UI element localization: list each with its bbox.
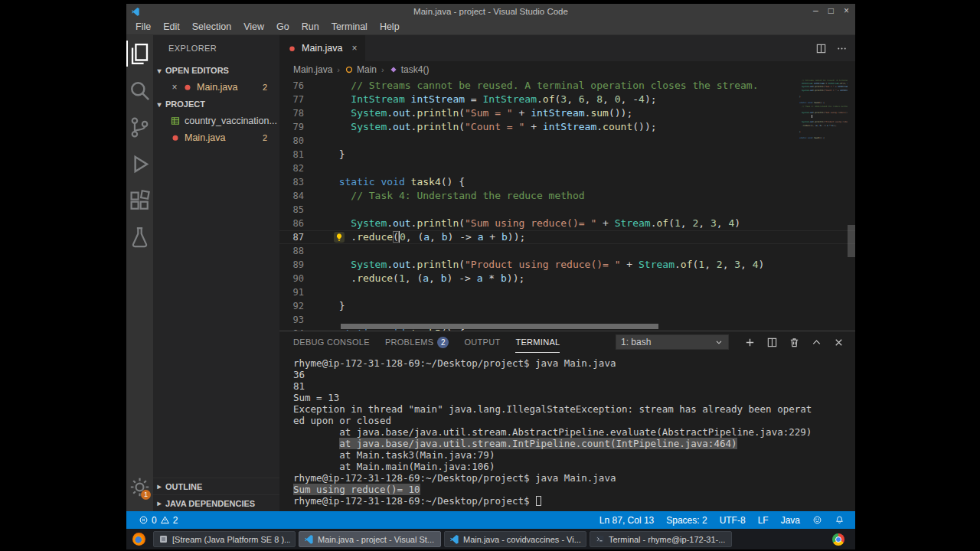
menu-terminal[interactable]: Terminal	[325, 18, 374, 35]
code-text: IntStream intStream = IntStream.of(3, 6,…	[315, 93, 657, 106]
terminal-line: Sum using reduce()= 10	[293, 484, 855, 495]
screen-content: Main.java - project - Visual Studio Code…	[126, 4, 855, 549]
tab-label: Main.java	[302, 43, 343, 54]
file-item[interactable]: country_vaccination...	[153, 112, 279, 129]
encoding-status[interactable]: UTF-8	[714, 511, 752, 529]
code-line[interactable]: 80	[279, 134, 855, 148]
source-control-button[interactable]	[126, 109, 153, 145]
language-mode-status[interactable]: Java	[775, 511, 806, 529]
code-line[interactable]: 90 .reduce(1, (a, b) -> a * b));	[279, 272, 855, 285]
menu-file[interactable]: File	[129, 18, 157, 35]
java-dependencies-header[interactable]: JAVA DEPENDENCIES	[153, 494, 279, 511]
run-debug-button[interactable]	[126, 145, 153, 182]
more-actions-icon[interactable]	[836, 43, 848, 54]
code-line[interactable]: 89 System.out.println("Product using red…	[279, 258, 855, 272]
code-line[interactable]: 87 .reduce(0, (a, b) -> a + b));	[279, 230, 855, 244]
code-text	[315, 244, 327, 258]
project-label: PROJECT	[165, 99, 205, 109]
eol-status[interactable]: LF	[752, 511, 775, 529]
problems-status[interactable]: 02	[132, 511, 184, 529]
feedback-smiley-icon[interactable]	[806, 511, 828, 529]
breadcrumb-item[interactable]: task4()	[401, 64, 430, 75]
tab-main-java[interactable]: Main.java×	[279, 35, 366, 61]
close-icon[interactable]: ×	[844, 4, 849, 18]
panel-tab-debug-console[interactable]: DEBUG CONSOLE	[293, 331, 370, 353]
breadcrumb-item[interactable]: Main.java	[293, 64, 332, 75]
project-header[interactable]: PROJECT	[153, 96, 279, 112]
close-icon[interactable]	[833, 337, 844, 348]
new-terminal-icon[interactable]	[744, 337, 756, 348]
line-number: 90	[279, 272, 315, 285]
terminal-shell-select[interactable]: 1: bash	[616, 334, 729, 350]
taskbar-window-button[interactable]: Main.java - project - Visual St...	[299, 531, 441, 547]
code-line[interactable]: 83 static void task4() {	[279, 175, 855, 189]
code-line[interactable]: 86 System.out.println("Sum using reduce(…	[279, 217, 855, 230]
firefox-icon[interactable]	[132, 533, 145, 546]
line-number: 87	[279, 230, 315, 244]
split-terminal-icon[interactable]	[766, 337, 778, 348]
close-icon[interactable]: ×	[352, 43, 358, 54]
panel-tab-problems[interactable]: PROBLEMS2	[385, 331, 449, 353]
maximize-panel-icon[interactable]	[811, 337, 822, 348]
extensions-button[interactable]	[126, 182, 153, 219]
chevron-right-icon	[153, 499, 165, 507]
menu-run[interactable]: Run	[296, 18, 325, 35]
chrome-icon[interactable]	[832, 533, 844, 546]
menu-go[interactable]: Go	[270, 18, 296, 35]
menu-view[interactable]: View	[237, 18, 270, 35]
test-beaker-button[interactable]	[126, 219, 153, 256]
titlebar[interactable]: Main.java - project - Visual Studio Code…	[126, 4, 855, 18]
code-line[interactable]: 76 // Streams cannot be reused. A termin…	[279, 79, 855, 93]
explorer-button[interactable]	[126, 35, 153, 72]
minimize-icon[interactable]: –	[813, 4, 818, 18]
code-line[interactable]: 79 System.out.println("Count = " + intSt…	[279, 120, 855, 134]
split-editor-icon[interactable]	[815, 43, 827, 54]
taskbar-window-button[interactable]: Main.java - covidvaccines - Vi...	[444, 531, 586, 547]
code-line[interactable]: 84 // Task 4: Understand the reduce meth…	[279, 189, 855, 203]
code-editor[interactable]: 76 // Streams cannot be reused. A termin…	[279, 78, 855, 331]
breadcrumb-item[interactable]: Main	[357, 64, 377, 75]
explorer-icon	[126, 41, 153, 67]
menu-edit[interactable]: Edit	[157, 18, 186, 35]
java-file-icon	[170, 132, 181, 143]
menu-help[interactable]: Help	[374, 18, 406, 35]
code-text	[315, 161, 327, 175]
editor-tab-bar: Main.java×	[279, 35, 855, 61]
chevron-down-icon	[714, 337, 724, 347]
code-line[interactable]: 81 }	[279, 148, 855, 161]
outline-header[interactable]: OUTLINE	[153, 478, 279, 494]
search-button[interactable]	[126, 72, 153, 109]
taskbar-window-button[interactable]: [Stream (Java Platform SE 8 )...	[153, 531, 296, 547]
code-line[interactable]: 88	[279, 244, 855, 258]
code-line[interactable]: 91	[279, 285, 855, 299]
code-line[interactable]: 85	[279, 203, 855, 217]
taskbar-window-button[interactable]: Terminal - rhyme@ip-172-31-...	[590, 531, 732, 547]
panel-tab-bar: DEBUG CONSOLEPROBLEMS2OUTPUTTERMINAL 1: …	[279, 331, 855, 353]
minimap[interactable]: // Streams cannot be reused. A terminal …	[797, 80, 848, 331]
terminal-line: ed upon or closed	[293, 415, 855, 426]
code-line[interactable]: 82	[279, 161, 855, 175]
cursor-position-status[interactable]: Ln 87, Col 13	[593, 511, 660, 529]
open-editor-item[interactable]: ×Main.java2	[153, 79, 279, 96]
code-line[interactable]: 92 }	[279, 299, 855, 313]
error-icon	[139, 515, 149, 525]
panel-tab-terminal[interactable]: TERMINAL	[515, 331, 560, 353]
window-title: Main.java - project - Visual Studio Code	[126, 7, 855, 16]
terminal-output[interactable]: rhyme@ip-172-31-128-69:~/Desktop/project…	[279, 353, 855, 511]
close-icon[interactable]: ×	[170, 82, 179, 93]
code-line[interactable]: 77 IntStream intStream = IntStream.of(3,…	[279, 93, 855, 106]
open-editors-header[interactable]: OPEN EDITORS	[153, 62, 279, 79]
kill-terminal-icon[interactable]	[789, 337, 800, 348]
menu-selection[interactable]: Selection	[186, 18, 237, 35]
vertical-scrollbar[interactable]	[848, 225, 855, 257]
horizontal-scrollbar[interactable]	[341, 324, 658, 329]
settings-gear-button[interactable]: 1	[126, 468, 153, 505]
feedback-smiley-icon	[812, 515, 822, 525]
bell-icon[interactable]	[828, 511, 851, 529]
file-item[interactable]: Main.java2	[153, 129, 279, 146]
indentation-status[interactable]: Spaces: 2	[660, 511, 713, 529]
maximize-icon[interactable]: □	[828, 4, 834, 18]
panel-tab-output[interactable]: OUTPUT	[464, 331, 500, 353]
lightbulb-icon[interactable]	[334, 232, 345, 243]
code-line[interactable]: 78 System.out.println("Sum = " + intStre…	[279, 106, 855, 120]
